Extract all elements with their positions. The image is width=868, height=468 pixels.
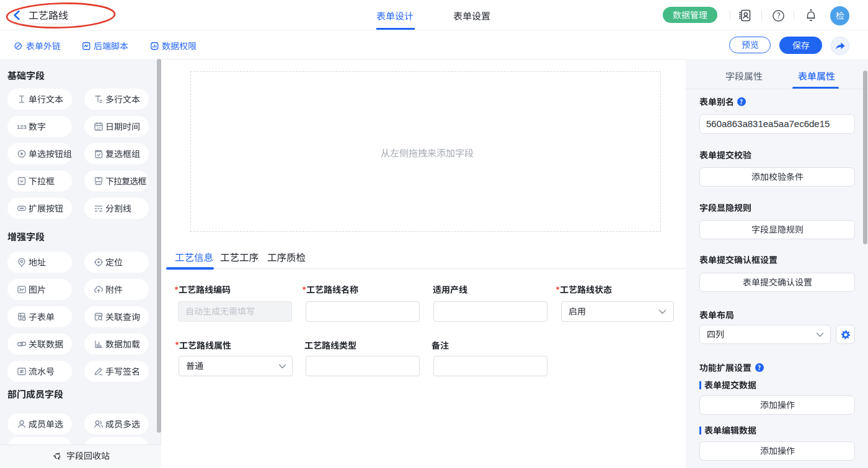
svg-text:17: 17	[97, 126, 101, 130]
svg-text:123: 123	[17, 123, 27, 130]
